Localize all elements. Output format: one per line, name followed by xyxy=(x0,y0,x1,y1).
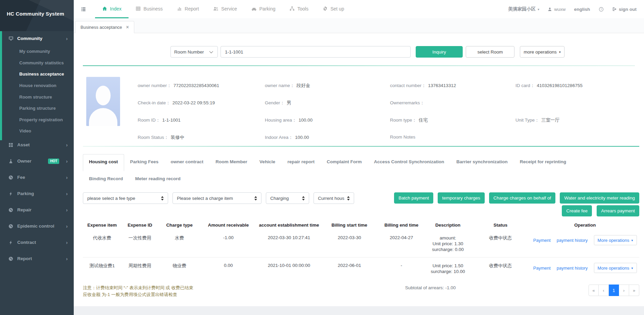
gender-field: Gender：男 xyxy=(265,100,390,117)
room-search-input[interactable] xyxy=(221,46,411,58)
caret-down-icon: ▾ xyxy=(537,7,539,11)
search-field-select[interactable]: Room Number xyxy=(170,46,218,58)
sidebar-item-property-registration[interactable]: Property registration xyxy=(0,114,74,126)
nav-item-tools[interactable]: Tools xyxy=(282,0,316,18)
sidebar-item-house-renovation[interactable]: House renovation xyxy=(0,80,74,91)
sidebar-item-parking-structure[interactable]: Parking structure xyxy=(0,103,74,114)
sidebar-item-asset[interactable]: Asset › xyxy=(0,137,74,153)
row-more-operations-dropdown[interactable]: More operations ▾ xyxy=(594,235,637,245)
monitor-icon xyxy=(8,36,14,41)
select-room-button[interactable]: select Room xyxy=(466,46,514,58)
payment-link[interactable]: Payment xyxy=(533,238,551,243)
nav-item-index[interactable]: Index xyxy=(95,0,129,18)
sidebar-item-contract[interactable]: Contract › xyxy=(0,234,74,251)
tab-vehicle[interactable]: Vehicle xyxy=(253,154,281,171)
charge-type-cell: 水费 xyxy=(159,235,200,241)
select-arrows-icon xyxy=(254,196,257,201)
last-page-button[interactable]: » xyxy=(629,285,639,296)
menu-toggle-icon[interactable] xyxy=(80,7,86,12)
tab-barrier-sync[interactable]: Barrier synchronization xyxy=(450,154,514,171)
chevron-right-icon: › xyxy=(66,142,68,148)
users-icon xyxy=(213,6,218,11)
tab-housing-cost[interactable]: Housing cost xyxy=(83,154,124,171)
nav-item-business[interactable]: Business xyxy=(129,0,170,18)
charging-status-select[interactable]: Charging xyxy=(266,192,309,204)
fee-type-select[interactable]: please select a fee type xyxy=(83,192,168,204)
row-more-operations-dropdown[interactable]: More operations ▾ xyxy=(594,263,637,273)
temporary-charges-button[interactable]: temporary charges xyxy=(438,192,485,204)
nav-item-parking[interactable]: Parking xyxy=(244,0,282,18)
prev-page-button[interactable]: ‹ xyxy=(599,285,609,296)
owner-number-field: owner number：772022032285430061 xyxy=(138,83,265,100)
owner-name-field: owner name：段好金 xyxy=(265,83,390,100)
batch-payment-button[interactable]: Batch payment xyxy=(394,192,433,204)
tab-business-acceptance[interactable]: Business acceptance × xyxy=(75,21,134,33)
close-icon[interactable]: × xyxy=(126,24,129,30)
nav-item-report[interactable]: Report xyxy=(170,0,206,18)
sidebar-item-video[interactable]: Video xyxy=(0,125,74,137)
id-card-field: ID card：410326198101286755 xyxy=(515,83,582,100)
sign-out-button[interactable]: sign out xyxy=(612,7,637,12)
fee-filter-selects: please select a fee type Please select a… xyxy=(83,192,354,204)
more-operations-dropdown[interactable]: more operations ▾ xyxy=(520,46,565,58)
community-selector[interactable]: 美满家园小区 ▾ xyxy=(508,6,539,12)
page-1-button[interactable]: 1 xyxy=(609,285,619,296)
sidebar-item-epidemic-control[interactable]: Epidemic control › xyxy=(0,218,74,234)
charge-on-behalf-button[interactable]: Charge charges on behalf of xyxy=(489,192,555,204)
first-page-button[interactable]: « xyxy=(589,285,599,296)
amount-cell: 0.00 xyxy=(200,263,256,268)
room-type-field: Room type：住宅 xyxy=(390,117,515,134)
owner-info-grid: owner number：772022032285430061 owner na… xyxy=(138,77,582,141)
tab-access-control-sync[interactable]: Access Control Synchronization xyxy=(368,154,450,171)
expense-item-cell: 代收水费 xyxy=(83,235,121,241)
description-cell: amount: Unit price: 1.30 surcharge: 0.00 xyxy=(426,235,470,252)
charge-item-select[interactable]: Please select a charge item xyxy=(172,192,261,204)
payment-history-link[interactable]: payment history xyxy=(557,238,588,243)
payment-history-link[interactable]: payment history xyxy=(557,266,588,271)
tab-room-member[interactable]: Room Member xyxy=(209,154,253,171)
operation-cell: Payment payment history More operations … xyxy=(531,235,639,245)
nav-item-set-up[interactable]: Set up xyxy=(316,0,351,18)
tab-meter-reading-record[interactable]: Meter reading record xyxy=(129,171,187,186)
tab-parking-fees[interactable]: Parking Fees xyxy=(124,154,165,171)
gear-icon xyxy=(323,6,328,11)
sidebar-item-fee[interactable]: Fee › xyxy=(0,169,74,186)
sidebar-item-repair[interactable]: Repair › xyxy=(0,202,74,218)
coin-icon xyxy=(8,224,13,229)
charge-type-cell: 物业费 xyxy=(159,263,200,269)
sidebar-item-room-structure[interactable]: Room structure xyxy=(0,91,74,103)
owner-avatar xyxy=(86,77,120,126)
house-scope-select[interactable]: Current house xyxy=(314,192,354,204)
sidebar-item-report[interactable]: Report › xyxy=(0,251,74,267)
chevron-right-icon: › xyxy=(66,224,68,229)
sidebar-item-community-statistics[interactable]: Community statistics xyxy=(0,57,74,69)
coin-icon xyxy=(8,256,13,261)
select-arrows-icon xyxy=(161,196,164,201)
chevron-down-icon xyxy=(209,49,213,53)
chevron-right-icon: › xyxy=(66,207,68,213)
table-row: 测试物业费1 周期性费用 物业费 0.00 2021-10-01 00:00:0… xyxy=(83,257,639,279)
sidebar-item-parking[interactable]: Parking › xyxy=(0,186,74,202)
sidebar-item-my-community[interactable]: My community xyxy=(0,46,74,57)
tab-receipt-reprinting[interactable]: Receipt for reprinting xyxy=(514,154,572,171)
tab-repair-report[interactable]: repair report xyxy=(281,154,321,171)
tab-binding-record[interactable]: Binding Record xyxy=(83,171,129,186)
room-search-bar: Room Number Inquiry select Room more ope… xyxy=(170,46,639,58)
language-toggle[interactable]: english xyxy=(574,7,590,12)
arrears-payment-button[interactable]: Arrears payment xyxy=(597,205,639,216)
sidebar-item-owner[interactable]: Owner HOT › xyxy=(0,153,74,169)
user-menu[interactable]: wuxw xyxy=(548,7,566,12)
meter-reading-button[interactable]: Water and electricity meter reading xyxy=(560,192,639,204)
next-page-button[interactable]: › xyxy=(619,285,629,296)
sign-out-icon xyxy=(612,7,617,12)
create-fee-button[interactable]: Create fee xyxy=(562,205,592,216)
description-cell: Unit price: 1.50 surcharge: 10.00 xyxy=(426,263,470,274)
nav-item-service[interactable]: Service xyxy=(206,0,244,18)
tab-complaint-form[interactable]: Complaint Form xyxy=(321,154,368,171)
inquiry-button[interactable]: Inquiry xyxy=(416,46,463,58)
sidebar-item-business-acceptance[interactable]: Business acceptance xyxy=(0,68,74,80)
sidebar-item-community[interactable]: Community › xyxy=(0,31,74,46)
help-icon[interactable]: ? xyxy=(599,7,604,12)
payment-link[interactable]: Payment xyxy=(533,266,551,271)
tab-owner-contract[interactable]: owner contract xyxy=(165,154,210,171)
